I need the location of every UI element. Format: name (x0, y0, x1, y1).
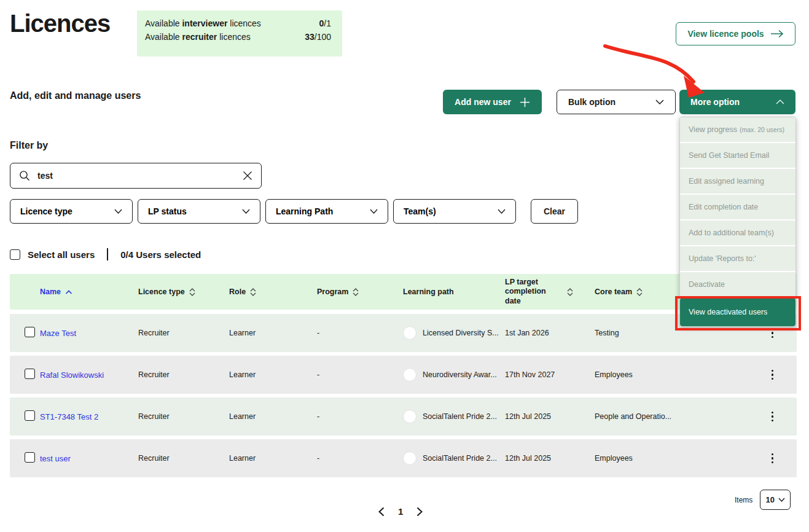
sort-icon (636, 288, 643, 296)
program-cell: - (317, 454, 403, 463)
filter-teams[interactable]: Team(s) (393, 199, 516, 224)
chevron-down-icon (778, 498, 785, 502)
clear-search-icon[interactable] (243, 171, 252, 181)
column-header-licence-type[interactable]: Licence type (138, 288, 229, 296)
interviewer-licences-label: Available interviewer licences (145, 18, 261, 28)
row-checkbox[interactable] (25, 410, 35, 421)
program-cell: - (317, 329, 403, 337)
menu-item-send-get-started-email[interactable]: Send Get Started Email (680, 143, 795, 168)
learning-path-cell: SocialTalent Pride 2... (403, 452, 505, 465)
learning-path-cell: Licensed Diversity S... (403, 326, 505, 340)
items-per-page: Items 10 (735, 490, 791, 510)
table-row: test user Recruiter Learner - SocialTale… (10, 439, 797, 477)
row-checkbox[interactable] (25, 369, 35, 379)
row-kebab-menu-icon[interactable] (769, 326, 776, 341)
progress-circle-icon (403, 326, 416, 340)
selection-row: Select all users 0/4 Users selected (10, 248, 201, 260)
table-row: Maze Test Recruiter Learner - Licensed D… (10, 314, 797, 352)
previous-page-icon[interactable] (378, 507, 385, 517)
filter-licence-type[interactable]: Licence type (10, 199, 133, 224)
bulk-option-label: Bulk option (568, 97, 616, 107)
interviewer-licences-row: Available interviewer licences 0/1 (145, 18, 331, 28)
row-kebab-menu-icon[interactable] (769, 409, 776, 424)
lp-target-date-cell: 17th Nov 2027 (505, 370, 595, 379)
licences-page: Licences Available interviewer licences … (0, 0, 809, 532)
chevron-down-icon (370, 209, 378, 214)
licence-type-cell: Recruiter (138, 370, 229, 379)
more-option-label: More option (690, 97, 740, 107)
row-checkbox[interactable] (25, 327, 35, 337)
chevron-down-icon (114, 209, 122, 214)
licence-type-cell: Recruiter (138, 329, 229, 337)
chevron-down-icon (498, 209, 506, 214)
arrow-right-icon (770, 29, 784, 38)
user-name-link[interactable]: ST1-7348 Test 2 (40, 412, 138, 421)
next-page-icon[interactable] (416, 507, 423, 517)
selected-count: 0/4 Users selected (120, 249, 201, 260)
row-kebab-menu-icon[interactable] (769, 451, 776, 466)
column-header-role[interactable]: Role (229, 288, 317, 296)
search-input[interactable] (37, 171, 235, 181)
select-all-checkbox[interactable] (10, 249, 20, 260)
column-header-name[interactable]: Name (40, 288, 138, 296)
filter-lp-status[interactable]: LP status (138, 199, 260, 224)
bulk-option-button[interactable]: Bulk option (557, 90, 676, 114)
recruiter-licences-label: Available recruiter licences (145, 32, 251, 42)
user-name-link[interactable]: Maze Test (40, 329, 138, 338)
table-header: Name Licence type Role Program Learning … (10, 274, 797, 310)
interviewer-licences-value: 0/1 (319, 18, 331, 28)
menu-item-add-to-additional-teams[interactable]: Add to additional team(s) (680, 221, 795, 245)
plus-icon (520, 97, 530, 108)
core-team-cell: Employees (595, 454, 725, 463)
menu-item-update-reports-to[interactable]: Update 'Reports to:' (680, 246, 795, 271)
menu-item-edit-completion-date[interactable]: Edit completion date (680, 195, 795, 219)
progress-circle-icon (403, 368, 416, 381)
program-cell: - (317, 412, 403, 421)
sort-icon (567, 288, 573, 296)
items-label: Items (735, 496, 752, 504)
column-header-lp-target-date[interactable]: LP target completion date (505, 278, 595, 307)
filter-learning-path[interactable]: Learning Path (265, 199, 388, 224)
filter-by-heading: Filter by (10, 140, 48, 151)
progress-circle-icon (403, 452, 416, 465)
recruiter-licences-value: 33/100 (305, 32, 331, 42)
role-cell: Learner (229, 370, 317, 379)
items-per-page-select[interactable]: 10 (760, 490, 791, 510)
row-kebab-menu-icon[interactable] (769, 367, 776, 383)
menu-item-view-deactivated-users[interactable]: View deactivated users (680, 298, 795, 326)
recruiter-licences-row: Available recruiter licences 33/100 (145, 32, 331, 42)
current-page-number: 1 (398, 506, 403, 517)
role-cell: Learner (229, 329, 317, 337)
role-cell: Learner (229, 412, 317, 421)
sort-ascending-icon (65, 290, 72, 294)
view-licence-pools-button[interactable]: View licence pools (676, 22, 795, 45)
user-name-link[interactable]: test user (40, 454, 138, 463)
clear-filters-button[interactable]: Clear (531, 199, 578, 224)
core-team-cell: People and Operatio... (595, 412, 725, 421)
sort-icon (189, 288, 195, 296)
view-progress-note: (max. 20 users) (740, 126, 784, 133)
add-new-user-button[interactable]: Add new user (443, 90, 542, 114)
menu-item-edit-assigned-learning[interactable]: Edit assigned learning (680, 169, 795, 194)
program-cell: - (317, 370, 403, 379)
progress-circle-icon (403, 410, 416, 423)
licence-type-cell: Recruiter (138, 454, 229, 463)
add-new-user-label: Add new user (455, 97, 511, 107)
user-name-link[interactable]: Rafal Slowikowski (40, 370, 138, 380)
menu-item-view-progress[interactable]: View progress (max. 20 users) (680, 117, 795, 142)
core-team-cell: Testing (595, 329, 725, 337)
pagination: 1 (378, 506, 423, 517)
row-checkbox[interactable] (25, 452, 35, 463)
more-option-button[interactable]: More option (679, 90, 795, 114)
column-header-learning-path: Learning path (403, 288, 505, 296)
menu-item-deactivate[interactable]: Deactivate (680, 272, 795, 297)
table-row: ST1-7348 Test 2 Recruiter Learner - Soci… (10, 397, 797, 436)
column-header-program[interactable]: Program (317, 288, 403, 296)
chevron-up-icon (776, 100, 784, 104)
page-title: Licences (10, 10, 110, 37)
learning-path-cell: Neurodiversity Awar... (403, 368, 505, 381)
sort-icon (353, 288, 359, 296)
view-licence-pools-label: View licence pools (687, 29, 764, 39)
lp-target-date-cell: 12th Jul 2025 (505, 454, 595, 463)
learning-path-cell: SocialTalent Pride 2... (403, 410, 505, 423)
